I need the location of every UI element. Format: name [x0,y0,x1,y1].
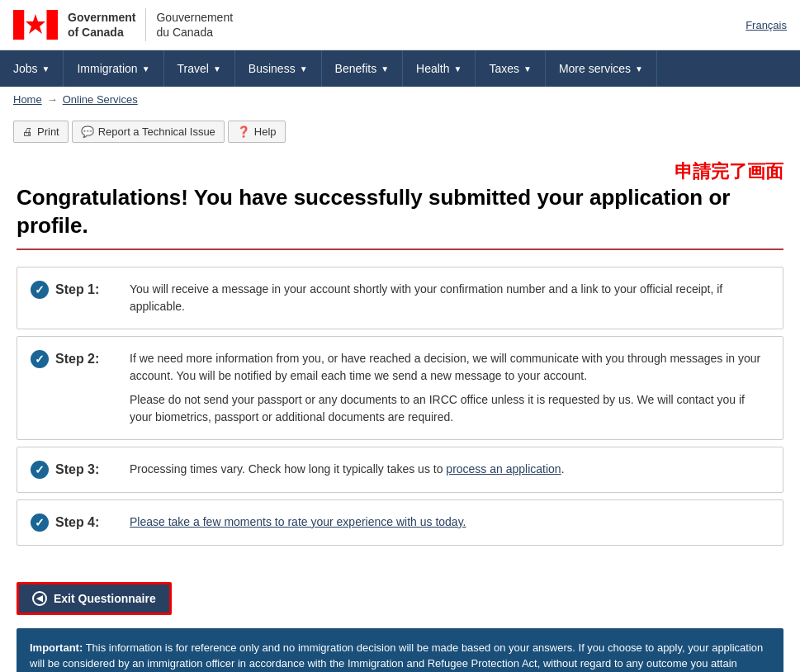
nav-jobs-arrow: ▼ [42,64,50,73]
step-2-paragraph-2: Please do not send your passport or any … [130,391,769,426]
header-divider [145,8,146,41]
exit-btn-label: Exit Questionnaire [54,592,156,605]
report-label: Report a Technical Issue [98,125,215,138]
step-4-check-icon: ✓ [31,513,49,532]
nav-taxes-label: Taxes [489,62,519,75]
exit-section: ◀ Exit Questionnaire [0,569,800,628]
help-icon: ❓ [237,125,250,138]
info-text: This information is for reference only a… [30,641,763,672]
nav-taxes[interactable]: Taxes ▼ [476,50,545,87]
nav-benefits-label: Benefits [335,62,377,75]
nav-business-arrow: ▼ [300,64,308,73]
toolbar: 🖨 Print 💬 Report a Technical Issue ❓ Hel… [0,112,800,151]
nav-benefits[interactable]: Benefits ▼ [322,50,404,87]
svg-rect-2 [47,10,59,40]
step-3-paragraph: Processing times vary. Check how long it… [130,461,769,478]
info-bold: Important: [30,641,83,654]
step-2-paragraph-1: If we need more information from you, or… [130,350,769,385]
watermark: 申請完了画面 [0,159,800,184]
step-3-content: Processing times vary. Check how long it… [130,461,769,478]
nav-immigration-label: Immigration [77,62,137,75]
nav-health-label: Health [416,62,449,75]
nav-business-label: Business [249,62,296,75]
print-button[interactable]: 🖨 Print [13,121,69,143]
site-header: Governmentof Canada Gouvernementdu Canad… [0,0,800,50]
step-2-text: Step 2: [55,352,99,367]
step-1-content: You will receive a message in your accou… [130,281,769,315]
report-button[interactable]: 💬 Report a Technical Issue [72,121,225,143]
gov-name-fr: Gouvernementdu Canada [156,10,233,40]
step-3-box: ✓ Step 3: Processing times vary. Check h… [17,447,783,493]
step-4-box: ✓ Step 4: Please take a few moments to r… [17,499,783,546]
nav-jobs-label: Jobs [13,62,38,75]
page-title: Congratulations! You have successfully s… [17,184,783,250]
print-icon: 🖨 [22,125,33,138]
nav-business[interactable]: Business ▼ [235,50,322,87]
step-1-check-icon: ✓ [31,281,49,299]
nav-travel-arrow: ▼ [213,64,221,73]
breadcrumb-home[interactable]: Home [13,93,42,106]
nav-travel[interactable]: Travel ▼ [164,50,235,87]
step-2-content: If we need more information from you, or… [130,350,769,426]
breadcrumb: Home → Online Services [0,87,800,112]
step-3-check-icon: ✓ [31,461,49,479]
breadcrumb-current[interactable]: Online Services [63,93,138,106]
step-1-text: Step 1: [55,282,99,297]
nav-jobs[interactable]: Jobs ▼ [0,50,64,87]
header-left: Governmentof Canada Gouvernementdu Canad… [13,8,233,41]
nav-travel-label: Travel [178,62,209,75]
step-4-label: ✓ Step 4: [31,513,130,532]
step-4-paragraph: Please take a few moments to rate your e… [130,513,769,531]
info-box: Important: This information is for refer… [17,628,783,672]
nav-immigration[interactable]: Immigration ▼ [64,50,163,87]
nav-more-services-arrow: ▼ [635,64,643,73]
help-button[interactable]: ❓ Help [228,121,286,143]
step-4-text: Step 4: [55,515,99,530]
step-2-check-icon: ✓ [31,350,49,368]
step-3-label: ✓ Step 3: [31,461,130,479]
canada-flag [13,10,58,40]
rate-experience-link[interactable]: Please take a few moments to rate your e… [130,515,466,528]
main-nav: Jobs ▼ Immigration ▼ Travel ▼ Business ▼… [0,50,800,87]
francais-link[interactable]: Français [746,19,787,31]
step-1-label: ✓ Step 1: [31,281,130,299]
svg-rect-0 [13,10,25,40]
step-3-text: Step 3: [55,462,99,477]
step-1-box: ✓ Step 1: You will receive a message in … [17,267,783,329]
breadcrumb-arrow: → [47,93,58,106]
nav-immigration-arrow: ▼ [142,64,150,73]
nav-health[interactable]: Health ▼ [403,50,476,87]
process-application-link[interactable]: process an application [446,462,561,476]
nav-more-services-label: More services [559,62,631,75]
print-label: Print [37,125,59,138]
nav-health-arrow: ▼ [454,64,462,73]
gov-name-en: Governmentof Canada [68,10,135,40]
report-icon: 💬 [81,125,94,138]
main-content: Congratulations! You have successfully s… [0,184,800,569]
nav-benefits-arrow: ▼ [381,64,389,73]
step-1-paragraph: You will receive a message in your accou… [130,281,769,315]
nav-more-services[interactable]: More services ▼ [546,50,657,87]
step-4-content: Please take a few moments to rate your e… [130,513,769,531]
nav-taxes-arrow: ▼ [523,64,532,73]
help-label: Help [254,125,277,138]
exit-icon: ◀ [32,591,47,606]
step-2-box: ✓ Step 2: If we need more information fr… [17,336,783,440]
exit-questionnaire-button[interactable]: ◀ Exit Questionnaire [17,582,172,615]
step-2-label: ✓ Step 2: [31,350,130,368]
